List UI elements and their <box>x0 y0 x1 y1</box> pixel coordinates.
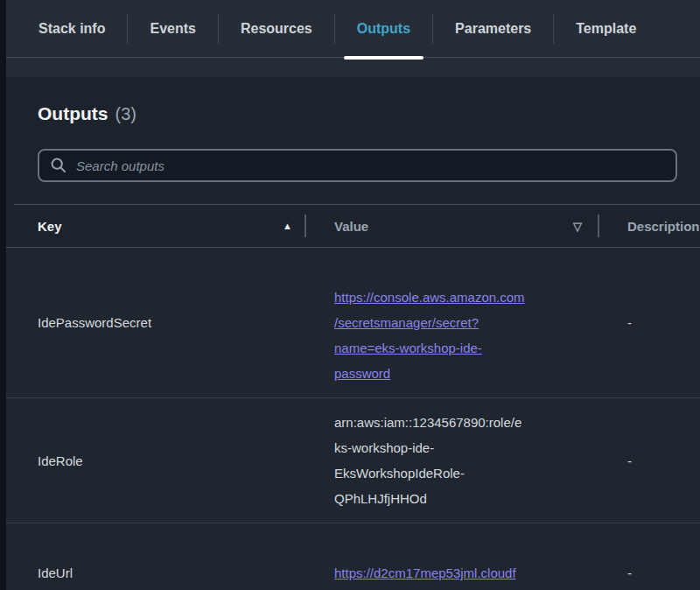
output-description: - <box>598 565 700 580</box>
table-row: IdeUrl https://d2cm17mep53jml.cloudf ron… <box>6 523 700 590</box>
output-value-cell: arn:aws:iam::1234567890:role/e ks-worksh… <box>304 398 598 523</box>
tab-label: Outputs <box>357 21 410 37</box>
tab-events[interactable]: Events <box>128 0 217 58</box>
output-key: IdeRole <box>6 453 304 468</box>
page-title: Outputs <box>38 103 108 124</box>
tab-label: Events <box>150 21 195 37</box>
tab-label: Template <box>576 21 636 37</box>
output-value-link[interactable]: https://console.aws.amazon.com /secretsm… <box>334 290 525 381</box>
output-value-cell: https://console.aws.amazon.com /secretsm… <box>304 248 598 397</box>
sort-descending-icon: ▽ <box>573 220 582 233</box>
stack-tab-bar: Stack info Events Resources Outputs Para… <box>6 0 700 58</box>
tab-label: Stack info <box>38 21 105 37</box>
table-row: IdeRole arn:aws:iam::1234567890:role/e k… <box>6 397 700 523</box>
column-label: Key <box>38 219 62 234</box>
outputs-table: Key ▲ Value ▽ Description IdePasswordSec… <box>6 204 700 590</box>
output-value-cell: https://d2cm17mep53jml.cloudf ront.net <box>304 523 598 590</box>
tab-template[interactable]: Template <box>554 0 658 58</box>
table-body: IdePasswordSecret https://console.aws.am… <box>6 248 700 590</box>
output-description: - <box>598 315 700 330</box>
outputs-panel: Outputs (3) Key ▲ Value ▽ Description <box>6 77 700 590</box>
panel-header: Outputs (3) <box>6 77 700 124</box>
active-tab-underline <box>344 56 424 60</box>
search-input[interactable] <box>38 149 677 182</box>
left-edge-strip <box>0 0 6 590</box>
column-label: Description <box>627 219 700 234</box>
column-header-value[interactable]: Value ▽ <box>304 205 598 247</box>
output-value-link[interactable]: https://d2cm17mep53jml.cloudf ront.net <box>334 565 516 590</box>
search-container <box>38 149 700 182</box>
tab-resources[interactable]: Resources <box>219 0 334 58</box>
column-label: Value <box>334 219 368 234</box>
tab-parameters[interactable]: Parameters <box>433 0 553 58</box>
sort-ascending-icon: ▲ <box>283 221 292 231</box>
output-key: IdePasswordSecret <box>6 315 304 330</box>
column-header-description[interactable]: Description <box>598 205 700 247</box>
tab-outputs[interactable]: Outputs <box>335 0 432 58</box>
table-header-row: Key ▲ Value ▽ Description <box>6 205 700 248</box>
output-description: - <box>598 453 700 468</box>
output-key: IdeUrl <box>6 565 304 580</box>
outputs-count-badge: (3) <box>115 104 136 124</box>
column-header-key[interactable]: Key ▲ <box>6 205 304 247</box>
tab-label: Parameters <box>455 21 531 37</box>
tab-stack-info[interactable]: Stack info <box>17 0 127 58</box>
tab-label: Resources <box>241 21 312 37</box>
table-row: IdePasswordSecret https://console.aws.am… <box>6 248 700 397</box>
